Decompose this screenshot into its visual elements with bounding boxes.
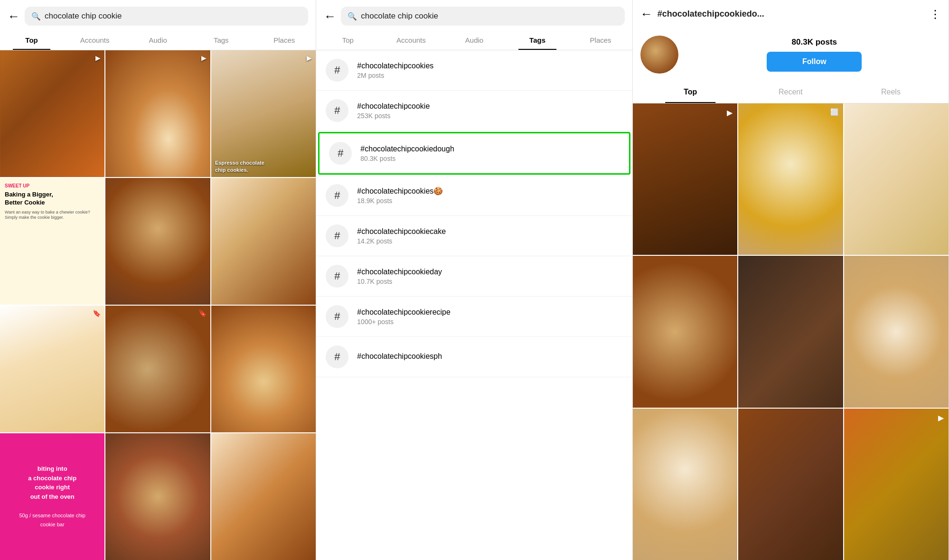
reel-icon-3: ▶ [307, 54, 312, 62]
image-grid-panel1: ▶ ▶ ▶ Espresso chocolatechip cookies. SW… [0, 50, 316, 560]
tag-posts-3: 80.3K posts [360, 155, 454, 162]
tag-posts-7: 1000+ posts [357, 318, 451, 326]
search-bar-panel3: ← #chocolatechipcookiedo... ⋮ [633, 0, 949, 26]
back-button-panel3[interactable]: ← [640, 7, 653, 21]
hgrid-cell-3[interactable] [844, 103, 949, 255]
hashtag-tabs: Top Recent Reels [633, 81, 949, 103]
grid-cell-1[interactable]: ▶ [0, 50, 104, 177]
back-button-panel1[interactable]: ← [8, 9, 20, 24]
tag-name-8: #chocolatechipcookiesph [357, 352, 442, 361]
hgrid-cell-1[interactable]: ▶ [633, 103, 737, 255]
hash-icon-3: # [329, 142, 352, 165]
tag-info-4: #chocolatechipcookies🍪 18.9K posts [357, 187, 443, 205]
tag-item-1[interactable]: # #chocolatechipcookies 2M posts [316, 50, 632, 91]
save-icon-8: 🔖 [198, 309, 207, 317]
back-button-panel2[interactable]: ← [324, 9, 336, 24]
search-icon-panel1: 🔍 [31, 12, 41, 21]
tag-name-1: #chocolatechipcookies [357, 62, 433, 70]
hash-icon-5: # [326, 224, 348, 247]
tag-item-4[interactable]: # #chocolatechipcookies🍪 18.9K posts [316, 176, 632, 216]
htab-reels[interactable]: Reels [841, 81, 941, 103]
tab-tags-panel2[interactable]: Tags [506, 30, 569, 50]
tag-posts-2: 253K posts [357, 112, 430, 120]
hash-icon-4: # [326, 184, 348, 207]
hashtag-title: #chocolatechipcookiedo... [658, 9, 921, 19]
tag-info-3: #chocolatechipcookiedough 80.3K posts [360, 145, 454, 162]
grid-cell-5[interactable] [105, 178, 210, 305]
tag-info-1: #chocolatechipcookies 2M posts [357, 62, 433, 79]
htab-top[interactable]: Top [640, 81, 741, 103]
grid-cell-11[interactable] [105, 433, 210, 560]
tag-item-2[interactable]: # #chocolatechipcookie 253K posts [316, 91, 632, 131]
tab-audio-panel1[interactable]: Audio [126, 30, 189, 50]
tab-accounts-panel1[interactable]: Accounts [63, 30, 126, 50]
hash-icon-1: # [326, 59, 348, 82]
grid-cell-10[interactable]: biting intoa chocolate chipcookie righto… [0, 433, 104, 560]
tags-list: # #chocolatechipcookies 2M posts # #choc… [316, 50, 632, 560]
tab-places-panel2[interactable]: Places [569, 30, 632, 50]
search-query-panel2: chocolate chip cookie [361, 11, 438, 21]
tag-item-8[interactable]: # #chocolatechipcookiesph [316, 337, 632, 377]
follow-button[interactable]: Follow [767, 52, 862, 72]
hashtag-header: 80.3K posts Follow [633, 26, 949, 81]
tab-accounts-panel2[interactable]: Accounts [379, 30, 442, 50]
tag-posts-6: 10.7K posts [357, 278, 442, 285]
grid-cell-9[interactable] [211, 306, 316, 432]
tag-item-6[interactable]: # #chocolatechipcookieday 10.7K posts [316, 256, 632, 297]
cell-text-3: Espresso chocolatechip cookies. [215, 159, 264, 173]
save-icon-7: 🔖 [93, 309, 101, 317]
grid-cell-4[interactable]: SWEET UP Baking a Bigger,Better Cookie W… [0, 178, 104, 305]
hgrid-cell-5[interactable] [738, 256, 843, 407]
hash-icon-7: # [326, 305, 348, 328]
grid-cell-7[interactable]: 🔖 [0, 306, 104, 432]
tag-posts-4: 18.9K posts [357, 197, 443, 205]
hgrid-cell-9[interactable]: ▶ [844, 409, 949, 560]
tag-name-2: #chocolatechipcookie [357, 102, 430, 111]
hash-icon-8: # [326, 345, 348, 368]
tag-item-5[interactable]: # #chocolatechipcookiecake 14.2K posts [316, 216, 632, 256]
grid-cell-6[interactable] [211, 178, 316, 305]
tag-name-4: #chocolatechipcookies🍪 [357, 187, 443, 196]
tag-posts-5: 14.2K posts [357, 237, 446, 245]
hash-icon-2: # [326, 99, 348, 122]
search-icon-panel2: 🔍 [348, 12, 357, 21]
grid-cell-8[interactable]: 🔖 [105, 306, 210, 432]
panel-hashtag-detail: ← #chocolatechipcookiedo... ⋮ 80.3K post… [633, 0, 949, 560]
tab-audio-panel2[interactable]: Audio [442, 30, 506, 50]
tab-top-panel2[interactable]: Top [316, 30, 379, 50]
hgrid-cell-8[interactable] [738, 409, 843, 560]
tag-item-7[interactable]: # #chocolatechipcookierecipe 1000+ posts [316, 297, 632, 337]
more-options-icon[interactable]: ⋮ [930, 8, 941, 21]
hgrid-cell-7[interactable] [633, 409, 737, 560]
tabs-panel2: Top Accounts Audio Tags Places [316, 30, 632, 50]
htab-recent[interactable]: Recent [741, 81, 841, 103]
tab-tags-panel1[interactable]: Tags [189, 30, 253, 50]
tag-info-6: #chocolatechipcookieday 10.7K posts [357, 268, 442, 285]
hgrid-cell-6[interactable] [844, 256, 949, 407]
tag-item-3-highlighted[interactable]: # #chocolatechipcookiedough 80.3K posts [318, 132, 630, 175]
tab-top-panel1[interactable]: Top [0, 30, 63, 50]
tab-places-panel1[interactable]: Places [253, 30, 316, 50]
hgrid-cell-2[interactable]: ⬜ [738, 103, 843, 255]
grid-cell-3[interactable]: ▶ Espresso chocolatechip cookies. [211, 50, 316, 177]
reel-icon-2: ▶ [201, 54, 207, 62]
hashtag-grid: ▶ ⬜ [633, 103, 949, 560]
search-box-panel1[interactable]: 🔍 chocolate chip cookie [25, 7, 308, 26]
tag-name-6: #chocolatechipcookieday [357, 268, 442, 276]
search-query-panel1: chocolate chip cookie [45, 11, 122, 21]
tag-info-2: #chocolatechipcookie 253K posts [357, 102, 430, 120]
tag-info-8: #chocolatechipcookiesph [357, 352, 442, 362]
tag-name-7: #chocolatechipcookierecipe [357, 308, 451, 317]
pink-cell-text: biting intoa chocolate chipcookie righto… [19, 464, 85, 529]
hash-icon-6: # [326, 265, 348, 288]
grid-cell-2[interactable]: ▶ [105, 50, 210, 177]
reel-icon-1: ▶ [95, 54, 101, 62]
search-bar-panel1: ← 🔍 chocolate chip cookie [0, 0, 316, 30]
panel-top-results: ← 🔍 chocolate chip cookie Top Accounts A… [0, 0, 316, 560]
tag-info-5: #chocolatechipcookiecake 14.2K posts [357, 227, 446, 245]
grid-cell-12[interactable] [211, 433, 316, 560]
hgrid-cell-4[interactable] [633, 256, 737, 407]
tag-posts-1: 2M posts [357, 72, 433, 79]
search-bar-panel2: ← 🔍 chocolate chip cookie [316, 0, 632, 30]
search-box-panel2[interactable]: 🔍 chocolate chip cookie [341, 7, 624, 26]
